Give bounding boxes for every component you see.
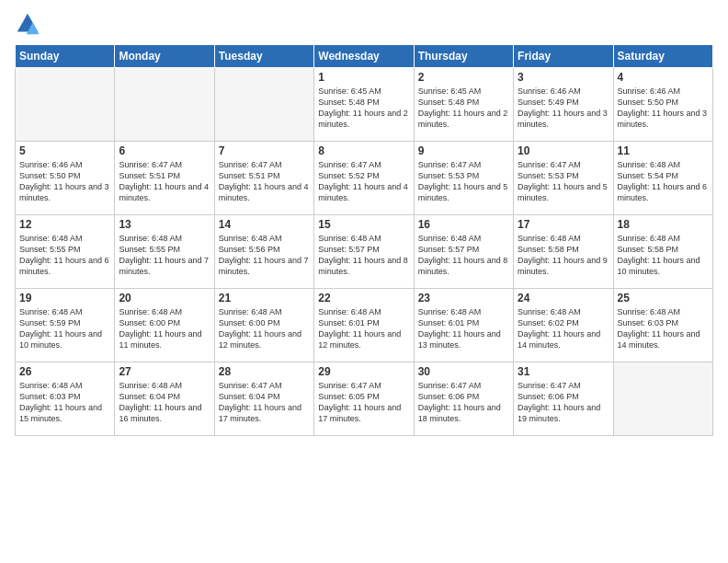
day-info: Sunrise: 6:48 AM Sunset: 5:55 PM Dayligh…: [119, 233, 210, 278]
day-info: Sunrise: 6:48 AM Sunset: 5:58 PM Dayligh…: [618, 233, 709, 278]
logo-icon: [15, 11, 40, 37]
calendar-week-row: 26Sunrise: 6:48 AM Sunset: 6:03 PM Dayli…: [16, 362, 713, 436]
day-info: Sunrise: 6:48 AM Sunset: 5:57 PM Dayligh…: [418, 233, 509, 278]
calendar-week-row: 1Sunrise: 6:45 AM Sunset: 5:48 PM Daylig…: [16, 68, 713, 142]
day-info: Sunrise: 6:48 AM Sunset: 6:00 PM Dayligh…: [119, 306, 210, 351]
day-info: Sunrise: 6:48 AM Sunset: 6:00 PM Dayligh…: [219, 306, 310, 351]
calendar-day-cell: 2Sunrise: 6:45 AM Sunset: 5:48 PM Daylig…: [414, 68, 513, 142]
day-number: 7: [219, 144, 310, 157]
calendar-day-cell: 28Sunrise: 6:47 AM Sunset: 6:04 PM Dayli…: [214, 362, 313, 436]
day-number: 10: [518, 144, 609, 157]
day-number: 31: [518, 365, 609, 378]
day-info: Sunrise: 6:48 AM Sunset: 6:02 PM Dayligh…: [518, 306, 609, 351]
weekday-header: Saturday: [613, 45, 712, 68]
day-number: 15: [318, 218, 409, 231]
calendar-week-row: 12Sunrise: 6:48 AM Sunset: 5:55 PM Dayli…: [16, 215, 713, 289]
day-number: 23: [418, 292, 509, 304]
calendar-day-cell: 19Sunrise: 6:48 AM Sunset: 5:59 PM Dayli…: [16, 289, 115, 362]
weekday-header: Monday: [115, 45, 214, 68]
day-info: Sunrise: 6:47 AM Sunset: 5:51 PM Dayligh…: [219, 159, 310, 204]
logo: [15, 11, 44, 37]
day-number: 13: [119, 218, 210, 231]
weekday-header: Friday: [514, 45, 613, 68]
calendar-day-cell: 3Sunrise: 6:46 AM Sunset: 5:49 PM Daylig…: [514, 68, 613, 142]
calendar-table: SundayMondayTuesdayWednesdayThursdayFrid…: [15, 44, 713, 436]
calendar-week-row: 19Sunrise: 6:48 AM Sunset: 5:59 PM Dayli…: [16, 289, 713, 362]
day-info: Sunrise: 6:48 AM Sunset: 5:54 PM Dayligh…: [618, 159, 709, 204]
day-info: Sunrise: 6:48 AM Sunset: 5:58 PM Dayligh…: [518, 233, 609, 278]
calendar-day-cell: 13Sunrise: 6:48 AM Sunset: 5:55 PM Dayli…: [115, 215, 214, 289]
day-number: 6: [119, 144, 210, 157]
calendar-day-cell: 27Sunrise: 6:48 AM Sunset: 6:04 PM Dayli…: [115, 362, 214, 436]
day-info: Sunrise: 6:48 AM Sunset: 5:57 PM Dayligh…: [318, 233, 409, 278]
day-number: 4: [618, 71, 709, 84]
day-number: 29: [318, 365, 409, 378]
calendar-week-row: 5Sunrise: 6:46 AM Sunset: 5:50 PM Daylig…: [16, 142, 713, 215]
day-info: Sunrise: 6:47 AM Sunset: 5:51 PM Dayligh…: [119, 159, 210, 204]
calendar-day-cell: 5Sunrise: 6:46 AM Sunset: 5:50 PM Daylig…: [16, 142, 115, 215]
day-info: Sunrise: 6:48 AM Sunset: 6:03 PM Dayligh…: [618, 306, 709, 351]
day-info: Sunrise: 6:48 AM Sunset: 6:01 PM Dayligh…: [318, 306, 409, 351]
weekday-header: Wednesday: [314, 45, 414, 68]
day-number: 25: [618, 292, 709, 304]
calendar-day-cell: 4Sunrise: 6:46 AM Sunset: 5:50 PM Daylig…: [613, 68, 712, 142]
calendar-day-cell: 9Sunrise: 6:47 AM Sunset: 5:53 PM Daylig…: [414, 142, 513, 215]
calendar-day-cell: 14Sunrise: 6:48 AM Sunset: 5:56 PM Dayli…: [214, 215, 313, 289]
day-number: 3: [518, 71, 609, 84]
weekday-header: Thursday: [414, 45, 513, 68]
day-number: 19: [19, 292, 110, 304]
calendar-day-cell: 21Sunrise: 6:48 AM Sunset: 6:00 PM Dayli…: [214, 289, 313, 362]
day-info: Sunrise: 6:47 AM Sunset: 6:06 PM Dayligh…: [518, 380, 609, 425]
calendar-day-cell: 25Sunrise: 6:48 AM Sunset: 6:03 PM Dayli…: [613, 289, 712, 362]
day-info: Sunrise: 6:48 AM Sunset: 5:59 PM Dayligh…: [19, 306, 110, 351]
calendar-day-cell: [115, 68, 214, 142]
weekday-header: Tuesday: [214, 45, 313, 68]
calendar-day-cell: 31Sunrise: 6:47 AM Sunset: 6:06 PM Dayli…: [514, 362, 613, 436]
day-number: 17: [518, 218, 609, 231]
day-number: 8: [318, 144, 409, 157]
day-info: Sunrise: 6:48 AM Sunset: 6:04 PM Dayligh…: [119, 380, 210, 425]
day-number: 30: [418, 365, 509, 378]
calendar-day-cell: [613, 362, 712, 436]
day-number: 16: [418, 218, 509, 231]
calendar-day-cell: 18Sunrise: 6:48 AM Sunset: 5:58 PM Dayli…: [613, 215, 712, 289]
day-info: Sunrise: 6:47 AM Sunset: 6:06 PM Dayligh…: [418, 380, 509, 425]
day-number: 22: [318, 292, 409, 304]
day-info: Sunrise: 6:48 AM Sunset: 6:01 PM Dayligh…: [418, 306, 509, 351]
day-number: 11: [618, 144, 709, 157]
calendar-day-cell: 8Sunrise: 6:47 AM Sunset: 5:52 PM Daylig…: [314, 142, 414, 215]
calendar-day-cell: 24Sunrise: 6:48 AM Sunset: 6:02 PM Dayli…: [514, 289, 613, 362]
day-info: Sunrise: 6:47 AM Sunset: 5:53 PM Dayligh…: [418, 159, 509, 204]
day-info: Sunrise: 6:48 AM Sunset: 5:55 PM Dayligh…: [19, 233, 110, 278]
day-number: 18: [618, 218, 709, 231]
day-number: 1: [318, 71, 409, 84]
calendar-day-cell: [214, 68, 313, 142]
day-number: 5: [19, 144, 110, 157]
day-number: 2: [418, 71, 509, 84]
day-number: 28: [219, 365, 310, 378]
weekday-header-row: SundayMondayTuesdayWednesdayThursdayFrid…: [16, 45, 713, 68]
calendar-day-cell: 15Sunrise: 6:48 AM Sunset: 5:57 PM Dayli…: [314, 215, 414, 289]
calendar-day-cell: [16, 68, 115, 142]
day-number: 26: [19, 365, 110, 378]
calendar-day-cell: 26Sunrise: 6:48 AM Sunset: 6:03 PM Dayli…: [16, 362, 115, 436]
day-info: Sunrise: 6:47 AM Sunset: 5:52 PM Dayligh…: [318, 159, 409, 204]
day-number: 14: [219, 218, 310, 231]
day-number: 20: [119, 292, 210, 304]
calendar-day-cell: 7Sunrise: 6:47 AM Sunset: 5:51 PM Daylig…: [214, 142, 313, 215]
day-info: Sunrise: 6:45 AM Sunset: 5:48 PM Dayligh…: [418, 86, 509, 131]
day-info: Sunrise: 6:47 AM Sunset: 6:04 PM Dayligh…: [219, 380, 310, 425]
day-info: Sunrise: 6:46 AM Sunset: 5:50 PM Dayligh…: [618, 86, 709, 131]
day-info: Sunrise: 6:46 AM Sunset: 5:50 PM Dayligh…: [19, 159, 110, 204]
day-info: Sunrise: 6:47 AM Sunset: 5:53 PM Dayligh…: [518, 159, 609, 204]
day-number: 27: [119, 365, 210, 378]
calendar-day-cell: 29Sunrise: 6:47 AM Sunset: 6:05 PM Dayli…: [314, 362, 414, 436]
calendar-day-cell: 12Sunrise: 6:48 AM Sunset: 5:55 PM Dayli…: [16, 215, 115, 289]
header: [15, 11, 713, 37]
day-number: 9: [418, 144, 509, 157]
calendar-day-cell: 6Sunrise: 6:47 AM Sunset: 5:51 PM Daylig…: [115, 142, 214, 215]
day-info: Sunrise: 6:47 AM Sunset: 6:05 PM Dayligh…: [318, 380, 409, 425]
calendar-day-cell: 10Sunrise: 6:47 AM Sunset: 5:53 PM Dayli…: [514, 142, 613, 215]
calendar-day-cell: 17Sunrise: 6:48 AM Sunset: 5:58 PM Dayli…: [514, 215, 613, 289]
weekday-header: Sunday: [16, 45, 115, 68]
